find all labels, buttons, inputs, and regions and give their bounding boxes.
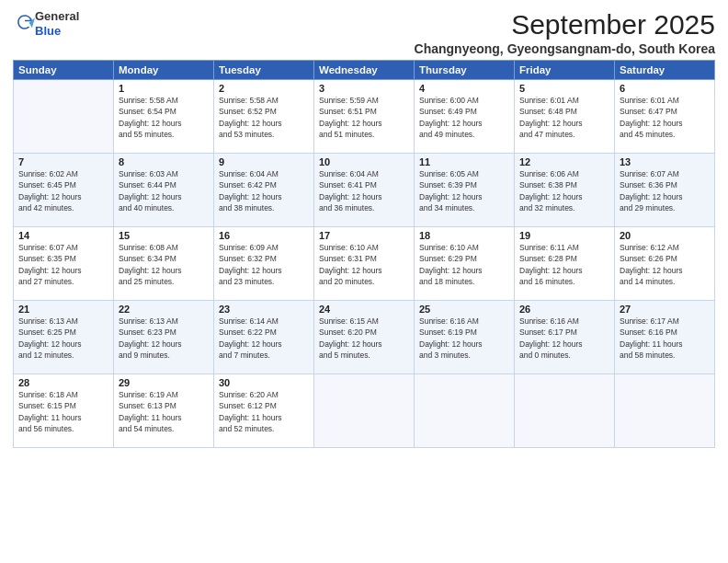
day-info: Sunrise: 6:08 AMSunset: 6:34 PMDaylight:… (119, 242, 209, 287)
col-header-monday: Monday (114, 61, 214, 80)
day-number: 4 (419, 83, 509, 94)
month-title: September 2025 (415, 9, 715, 40)
table-row: 22Sunrise: 6:13 AMSunset: 6:23 PMDayligh… (114, 301, 214, 374)
table-row (314, 374, 415, 448)
table-row: 13Sunrise: 6:07 AMSunset: 6:36 PMDayligh… (615, 154, 715, 227)
calendar-week-4: 21Sunrise: 6:13 AMSunset: 6:25 PMDayligh… (14, 301, 715, 374)
day-info: Sunrise: 6:06 AMSunset: 6:38 PMDaylight:… (519, 168, 609, 213)
day-number: 12 (519, 156, 609, 167)
day-number: 18 (419, 230, 509, 241)
day-info: Sunrise: 6:01 AMSunset: 6:47 PMDaylight:… (620, 95, 710, 140)
table-row: 14Sunrise: 6:07 AMSunset: 6:35 PMDayligh… (14, 227, 114, 301)
day-info: Sunrise: 6:19 AMSunset: 6:13 PMDaylight:… (119, 389, 209, 434)
day-info: Sunrise: 6:01 AMSunset: 6:48 PMDaylight:… (519, 95, 609, 140)
day-number: 26 (519, 304, 609, 315)
day-info: Sunrise: 6:15 AMSunset: 6:20 PMDaylight:… (319, 316, 409, 361)
col-header-sunday: Sunday (14, 61, 114, 80)
day-info: Sunrise: 6:10 AMSunset: 6:29 PMDaylight:… (419, 242, 509, 287)
table-row: 8Sunrise: 6:03 AMSunset: 6:44 PMDaylight… (114, 154, 214, 227)
location: Changnyeong, Gyeongsangnam-do, South Kor… (415, 41, 715, 56)
day-number: 8 (119, 156, 209, 167)
day-number: 5 (519, 83, 609, 94)
day-number: 9 (219, 156, 309, 167)
day-info: Sunrise: 6:12 AMSunset: 6:26 PMDaylight:… (620, 242, 710, 287)
table-row: 11Sunrise: 6:05 AMSunset: 6:39 PMDayligh… (415, 154, 515, 227)
day-info: Sunrise: 6:20 AMSunset: 6:12 PMDaylight:… (219, 389, 309, 434)
header-row: SundayMondayTuesdayWednesdayThursdayFrid… (14, 61, 715, 80)
day-number: 24 (319, 304, 409, 315)
day-number: 7 (18, 156, 108, 167)
day-info: Sunrise: 6:09 AMSunset: 6:32 PMDaylight:… (219, 242, 309, 287)
calendar-week-1: 1Sunrise: 5:58 AMSunset: 6:54 PMDaylight… (14, 80, 715, 154)
day-info: Sunrise: 6:00 AMSunset: 6:49 PMDaylight:… (419, 95, 509, 140)
day-info: Sunrise: 6:14 AMSunset: 6:22 PMDaylight:… (219, 316, 309, 361)
day-number: 25 (419, 304, 509, 315)
day-number: 2 (219, 83, 309, 94)
table-row: 29Sunrise: 6:19 AMSunset: 6:13 PMDayligh… (114, 374, 214, 448)
table-row: 27Sunrise: 6:17 AMSunset: 6:16 PMDayligh… (615, 301, 715, 374)
table-row: 30Sunrise: 6:20 AMSunset: 6:12 PMDayligh… (214, 374, 314, 448)
day-info: Sunrise: 6:04 AMSunset: 6:41 PMDaylight:… (319, 168, 409, 213)
table-row: 21Sunrise: 6:13 AMSunset: 6:25 PMDayligh… (14, 301, 114, 374)
day-number: 27 (620, 304, 710, 315)
day-number: 29 (119, 377, 209, 388)
table-row: 4Sunrise: 6:00 AMSunset: 6:49 PMDaylight… (415, 80, 515, 154)
day-info: Sunrise: 6:16 AMSunset: 6:19 PMDaylight:… (419, 316, 509, 361)
table-row (515, 374, 615, 448)
table-row: 9Sunrise: 6:04 AMSunset: 6:42 PMDaylight… (214, 154, 314, 227)
logo-text: General Blue (35, 9, 79, 38)
day-info: Sunrise: 6:11 AMSunset: 6:28 PMDaylight:… (519, 242, 609, 287)
calendar-week-3: 14Sunrise: 6:07 AMSunset: 6:35 PMDayligh… (14, 227, 715, 301)
day-number: 19 (519, 230, 609, 241)
day-info: Sunrise: 6:13 AMSunset: 6:23 PMDaylight:… (119, 316, 209, 361)
day-number: 23 (219, 304, 309, 315)
day-info: Sunrise: 6:07 AMSunset: 6:36 PMDaylight:… (620, 168, 710, 213)
day-number: 22 (119, 304, 209, 315)
table-row: 3Sunrise: 5:59 AMSunset: 6:51 PMDaylight… (314, 80, 415, 154)
table-row: 19Sunrise: 6:11 AMSunset: 6:28 PMDayligh… (515, 227, 615, 301)
table-row: 15Sunrise: 6:08 AMSunset: 6:34 PMDayligh… (114, 227, 214, 301)
table-row: 26Sunrise: 6:16 AMSunset: 6:17 PMDayligh… (515, 301, 615, 374)
day-number: 17 (319, 230, 409, 241)
day-number: 21 (18, 304, 108, 315)
table-row (615, 374, 715, 448)
table-row: 10Sunrise: 6:04 AMSunset: 6:41 PMDayligh… (314, 154, 415, 227)
calendar-table: SundayMondayTuesdayWednesdayThursdayFrid… (13, 60, 715, 448)
table-row (415, 374, 515, 448)
table-row: 7Sunrise: 6:02 AMSunset: 6:45 PMDaylight… (14, 154, 114, 227)
logo: General Blue (13, 9, 79, 38)
col-header-thursday: Thursday (415, 61, 515, 80)
col-header-tuesday: Tuesday (214, 61, 314, 80)
day-info: Sunrise: 5:58 AMSunset: 6:54 PMDaylight:… (119, 95, 209, 140)
day-info: Sunrise: 6:16 AMSunset: 6:17 PMDaylight:… (519, 316, 609, 361)
day-number: 1 (119, 83, 209, 94)
day-number: 13 (620, 156, 710, 167)
table-row: 6Sunrise: 6:01 AMSunset: 6:47 PMDaylight… (615, 80, 715, 154)
calendar-week-5: 28Sunrise: 6:18 AMSunset: 6:15 PMDayligh… (14, 374, 715, 448)
table-row (14, 80, 114, 154)
day-info: Sunrise: 5:58 AMSunset: 6:52 PMDaylight:… (219, 95, 309, 140)
calendar-week-2: 7Sunrise: 6:02 AMSunset: 6:45 PMDaylight… (14, 154, 715, 227)
table-row: 17Sunrise: 6:10 AMSunset: 6:31 PMDayligh… (314, 227, 415, 301)
day-info: Sunrise: 6:04 AMSunset: 6:42 PMDaylight:… (219, 168, 309, 213)
day-number: 11 (419, 156, 509, 167)
day-number: 16 (219, 230, 309, 241)
day-number: 20 (620, 230, 710, 241)
col-header-friday: Friday (515, 61, 615, 80)
day-number: 3 (319, 83, 409, 94)
day-info: Sunrise: 6:17 AMSunset: 6:16 PMDaylight:… (620, 316, 710, 361)
calendar-page: General Blue September 2025 Changnyeong,… (0, 0, 728, 563)
day-info: Sunrise: 6:05 AMSunset: 6:39 PMDaylight:… (419, 168, 509, 213)
day-info: Sunrise: 6:02 AMSunset: 6:45 PMDaylight:… (18, 168, 108, 213)
day-number: 28 (18, 377, 108, 388)
table-row: 23Sunrise: 6:14 AMSunset: 6:22 PMDayligh… (214, 301, 314, 374)
day-info: Sunrise: 5:59 AMSunset: 6:51 PMDaylight:… (319, 95, 409, 140)
table-row: 2Sunrise: 5:58 AMSunset: 6:52 PMDaylight… (214, 80, 314, 154)
logo-icon (15, 12, 35, 32)
table-row: 28Sunrise: 6:18 AMSunset: 6:15 PMDayligh… (14, 374, 114, 448)
table-row: 24Sunrise: 6:15 AMSunset: 6:20 PMDayligh… (314, 301, 415, 374)
day-number: 14 (18, 230, 108, 241)
header: General Blue September 2025 Changnyeong,… (13, 9, 715, 56)
day-number: 6 (620, 83, 710, 94)
day-info: Sunrise: 6:03 AMSunset: 6:44 PMDaylight:… (119, 168, 209, 213)
